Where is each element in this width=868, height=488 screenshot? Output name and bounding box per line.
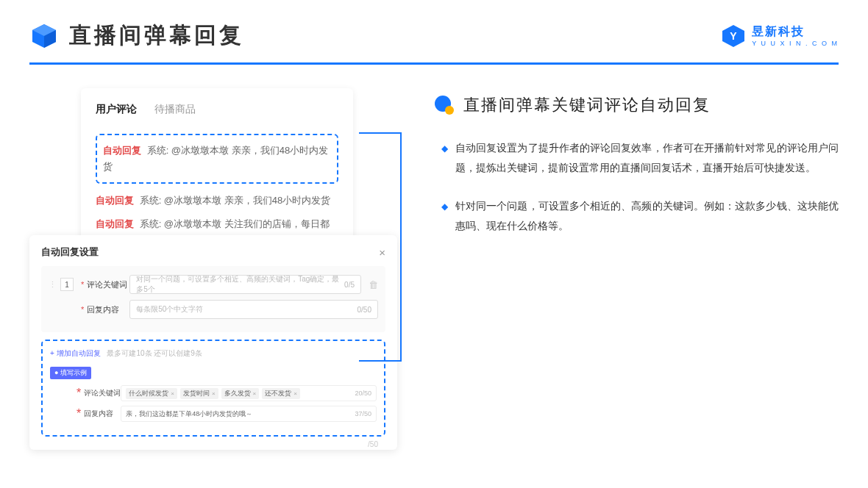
tag-remove-icon[interactable]: × <box>171 390 174 397</box>
ex-keyword-count: 20/50 <box>355 390 371 397</box>
bullet-diamond-icon: ◆ <box>441 198 448 235</box>
svg-text:Y: Y <box>730 30 737 42</box>
keyword-input[interactable]: 对同一个问题，可设置多个相近、高频的关键词，Tag确定，最多5个 0/5 <box>129 275 361 294</box>
example-keyword-row: * 评论关键词 什么时候发货× 发货时间× 多久发货× 还不发货× 20/50 <box>50 385 377 401</box>
stray-count: /50 <box>368 440 378 448</box>
content-placeholder: 每条限50个中文字符 <box>136 304 203 315</box>
keyword-placeholder: 对同一个问题，可设置多个相近、高频的关键词，Tag确定，最多5个 <box>136 274 344 295</box>
tag-item[interactable]: 多久发货× <box>221 388 260 399</box>
reply-item: 自动回复 系统: @冰墩墩本墩 亲亲，我们48小时内发货 <box>103 143 331 175</box>
add-reply-link[interactable]: + 增加自动回复 <box>50 349 101 357</box>
example-box: + 增加自动回复 最多可建10条 还可以创建9条 ● 填写示例 * 评论关键词 … <box>41 340 385 437</box>
comment-tabs: 用户评论 待播商品 <box>96 103 338 121</box>
screenshots-column: 用户评论 待播商品 自动回复 系统: @冰墩墩本墩 亲亲，我们48小时内发货 自… <box>29 88 405 254</box>
tag-item[interactable]: 发货时间× <box>180 388 218 399</box>
close-icon[interactable]: × <box>379 246 385 259</box>
auto-reply-settings-card: 自动回复设置 × ⋮⋮ 1 * 评论关键词 对同一个问题，可设置多个相近、高频的… <box>29 235 397 450</box>
auto-reply-tag: 自动回复 <box>103 145 141 156</box>
reply-item: 自动回复 系统: @冰墩墩本墩 亲亲，我们48小时内发货 <box>96 193 338 209</box>
bullet-item: ◆ 针对同一个问题，可设置多个相近的、高频的关键词。例如：这款多少钱、这块能优惠… <box>434 196 839 235</box>
main-content: 用户评论 待播商品 自动回复 系统: @冰墩墩本墩 亲亲，我们48小时内发货 自… <box>0 65 868 254</box>
ex-keyword-label: 评论关键词 <box>84 388 121 398</box>
brand-text: 昱新科技 Y U U X I N . C O M <box>752 24 839 47</box>
keyword-count: 0/5 <box>344 281 355 289</box>
required-star: * <box>77 407 81 420</box>
example-badge: ● 填写示例 <box>50 367 91 379</box>
order-number: 1 <box>60 278 74 291</box>
tag-remove-icon[interactable]: × <box>294 390 297 397</box>
auto-reply-tag: 自动回复 <box>96 218 134 229</box>
auto-reply-tag: 自动回复 <box>96 195 134 206</box>
drag-handle-icon[interactable]: ⋮⋮ <box>49 280 60 290</box>
settings-body: ⋮⋮ 1 * 评论关键词 对同一个问题，可设置多个相近、高频的关键词，Tag确定… <box>41 266 385 332</box>
example-content-row: * 回复内容 亲，我们这边都是下单48小时内发货的哦～ 37/50 <box>50 406 377 422</box>
add-reply-hint: 最多可建10条 还可以创建9条 <box>107 349 202 357</box>
content-count: 0/50 <box>357 306 371 314</box>
content-label: 回复内容 <box>87 304 129 315</box>
required-star: * <box>81 280 84 289</box>
tab-user-comments[interactable]: 用户评论 <box>96 103 137 121</box>
section-header: 直播间弹幕关键词评论自动回复 <box>434 94 839 116</box>
highlighted-reply: 自动回复 系统: @冰墩墩本墩 亲亲，我们48小时内发货 <box>96 134 338 184</box>
keyword-label: 评论关键词 <box>87 279 129 290</box>
chat-bubble-icon <box>434 95 455 115</box>
description-column: 直播间弹幕关键词评论自动回复 ◆ 自动回复设置为了提升作者的评论回复效率，作者可… <box>434 88 839 254</box>
ex-content-text: 亲，我们这边都是下单48小时内发货的哦～ <box>126 409 252 419</box>
tag-remove-icon[interactable]: × <box>253 390 257 397</box>
ex-content-label: 回复内容 <box>84 409 121 419</box>
brand-name-cn: 昱新科技 <box>752 24 839 40</box>
tag-item[interactable]: 还不发货× <box>262 388 300 399</box>
bullet-diamond-icon: ◆ <box>441 140 448 177</box>
required-star: * <box>81 305 84 314</box>
ex-content-count: 37/50 <box>355 410 371 417</box>
add-reply-row: + 增加自动回复 最多可建10条 还可以创建9条 <box>50 348 377 359</box>
brand-logo: Y 昱新科技 Y U U X I N . C O M <box>721 24 839 49</box>
bullet-text: 自动回复设置为了提升作者的评论回复效率，作者可在开播前针对常见的评论用户问题，提… <box>455 138 839 177</box>
settings-header: 自动回复设置 × <box>41 245 385 266</box>
header-cube-icon <box>29 21 59 51</box>
slide-header: 直播间弹幕回复 Y 昱新科技 Y U U X I N . C O M <box>0 0 868 51</box>
delete-icon[interactable]: 🗑 <box>369 279 378 290</box>
bullet-text: 针对同一个问题，可设置多个相近的、高频的关键词。例如：这款多少钱、这块能优惠吗、… <box>455 196 839 235</box>
keyword-row: ⋮⋮ 1 * 评论关键词 对同一个问题，可设置多个相近、高频的关键词，Tag确定… <box>49 275 378 294</box>
tag-remove-icon[interactable]: × <box>212 390 216 397</box>
required-star: * <box>77 387 81 400</box>
slide-title: 直播间弹幕回复 <box>69 21 244 51</box>
svg-point-6 <box>445 106 454 115</box>
content-input[interactable]: 每条限50个中文字符 0/50 <box>129 300 378 319</box>
tag-item[interactable]: 什么时候发货× <box>126 388 177 399</box>
reply-text: 系统: @冰墩墩本墩 亲亲，我们48小时内发货 <box>140 195 331 206</box>
section-title: 直播间弹幕关键词评论自动回复 <box>463 94 711 116</box>
bullet-item: ◆ 自动回复设置为了提升作者的评论回复效率，作者可在开播前针对常见的评论用户问题… <box>434 138 839 177</box>
brand-icon: Y <box>721 24 746 49</box>
settings-title: 自动回复设置 <box>41 245 99 259</box>
tab-pending-products[interactable]: 待播商品 <box>154 103 196 121</box>
ex-content-input[interactable]: 亲，我们这边都是下单48小时内发货的哦～ 37/50 <box>121 406 377 422</box>
ex-keyword-tags[interactable]: 什么时候发货× 发货时间× 多久发货× 还不发货× 20/50 <box>121 385 377 401</box>
content-row: * 回复内容 每条限50个中文字符 0/50 <box>49 300 378 319</box>
brand-name-en: Y U U X I N . C O M <box>752 40 839 47</box>
